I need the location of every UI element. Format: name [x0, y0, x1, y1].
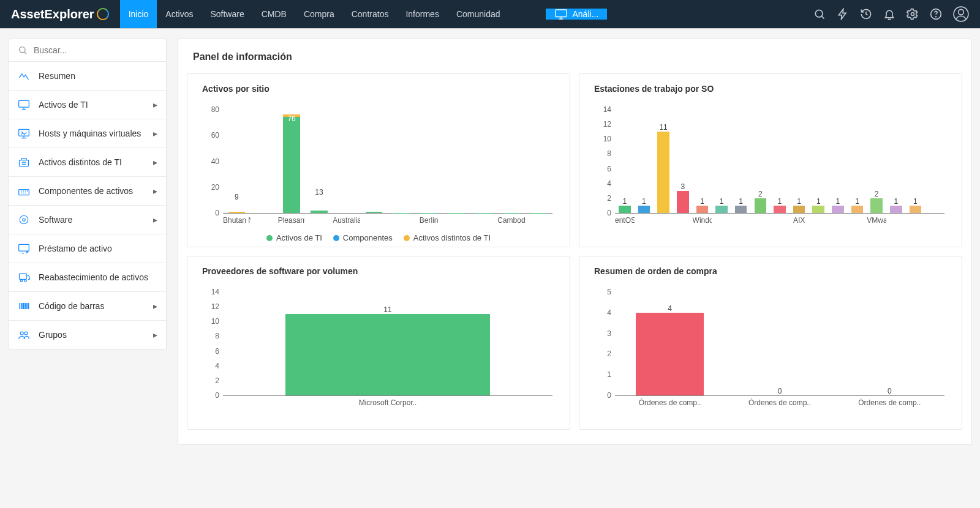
- svg-point-1: [815, 10, 823, 17]
- bar[interactable]: 1: [793, 206, 805, 213]
- sidebar-item-8[interactable]: Código de barras▸: [9, 292, 166, 321]
- sidebar-item-6[interactable]: Préstamo de activo: [9, 234, 166, 263]
- sidebar-icon: [18, 185, 30, 196]
- search-input[interactable]: [34, 45, 157, 55]
- sidebar-item-3[interactable]: Activos distintos de TI▸: [9, 148, 166, 177]
- chevron-right-icon: ▸: [153, 215, 157, 225]
- legend-item[interactable]: Activos de TI: [266, 233, 322, 242]
- bar-seg[interactable]: [366, 212, 383, 213]
- sidebar-item-0[interactable]: Resumen: [9, 62, 166, 91]
- sidebar-item-2[interactable]: Hosts y máquinas virtuales▸: [9, 119, 166, 148]
- bar[interactable]: [366, 203, 383, 213]
- bar-label: 11: [659, 123, 667, 132]
- gear-icon[interactable]: [907, 8, 919, 20]
- nav-informes[interactable]: Informes: [397, 0, 447, 28]
- bar[interactable]: 1: [638, 206, 650, 213]
- ytick: 3: [607, 329, 615, 338]
- nav-comunidad[interactable]: Comunidad: [448, 0, 509, 28]
- xlabel: [388, 216, 415, 225]
- bar-label: 3: [680, 182, 685, 191]
- ytick: 0: [607, 209, 615, 217]
- bar[interactable]: [420, 209, 437, 213]
- search-icon: [18, 45, 28, 55]
- nav-compra[interactable]: Compra: [295, 0, 343, 28]
- bar-seg[interactable]: [283, 117, 300, 213]
- bar[interactable]: 11: [285, 314, 490, 395]
- bar[interactable]: 1: [715, 206, 728, 213]
- bar[interactable]: 1: [696, 206, 709, 213]
- xlabel: Windows 7 6.1: [693, 216, 712, 225]
- bar[interactable]: [448, 209, 465, 213]
- history-icon[interactable]: [860, 8, 872, 20]
- sidebar-label: Componentes de activos: [39, 186, 133, 196]
- legend-item[interactable]: Componentes: [333, 233, 393, 242]
- nav-activos[interactable]: Activos: [157, 0, 202, 28]
- bar[interactable]: 1: [851, 206, 864, 213]
- xlabel: Cambodia: [497, 216, 525, 225]
- nav-inicio[interactable]: Inicio: [120, 0, 157, 28]
- svg-point-2: [911, 13, 914, 16]
- bar[interactable]: 1: [619, 206, 631, 213]
- bar[interactable]: 1: [890, 206, 902, 213]
- svg-point-19: [24, 332, 28, 335]
- bar-group: 3: [673, 110, 693, 213]
- xlabel: Bhutan Nepal: [223, 216, 251, 225]
- help-icon[interactable]: [930, 8, 942, 20]
- bar[interactable]: 76: [283, 112, 300, 213]
- sidebar-item-9[interactable]: Grupos▸: [9, 321, 166, 349]
- ytick: 80: [211, 105, 223, 114]
- bar[interactable]: [503, 209, 520, 213]
- sidebar-item-7[interactable]: Reabastecimiento de activos: [9, 263, 166, 292]
- bar-label: 1: [816, 197, 821, 206]
- sidebar-item-1[interactable]: Activos de TI▸: [9, 91, 166, 119]
- xlabel: AIX: [790, 216, 809, 225]
- svg-rect-15: [20, 274, 27, 279]
- monitor-icon: [554, 9, 568, 20]
- bolt-icon[interactable]: [837, 8, 849, 20]
- chart-card-0: Activos por sitio02040608097613Bhutan Ne…: [187, 73, 570, 247]
- bar[interactable]: 1: [735, 206, 747, 213]
- bell-icon[interactable]: [883, 8, 895, 20]
- bar-group: 13: [305, 110, 333, 213]
- bar[interactable]: 1: [812, 206, 824, 213]
- bar[interactable]: 2: [870, 198, 883, 213]
- xlabel: VMware ESXi 6.7...: [867, 216, 886, 225]
- search-wrap[interactable]: [9, 39, 166, 62]
- legend-item[interactable]: Activos distintos de TI: [404, 233, 491, 242]
- nav-analisis[interactable]: Análi...: [546, 9, 608, 20]
- nav-cmdb[interactable]: CMDB: [253, 0, 295, 28]
- sidebar-item-4[interactable]: Componentes de activos▸: [9, 177, 166, 206]
- bar-group: [415, 110, 443, 213]
- ytick: 6: [607, 165, 615, 173]
- sidebar-label: Hosts y máquinas virtuales: [39, 129, 141, 138]
- bar-seg[interactable]: [228, 212, 246, 213]
- bar[interactable]: 3: [677, 191, 689, 213]
- bar-label: 1: [797, 197, 801, 206]
- bar[interactable]: [475, 211, 492, 213]
- sidebar-icon: [18, 272, 30, 283]
- sidebar-item-5[interactable]: Software▸: [9, 206, 166, 234]
- xlabel: [886, 216, 906, 225]
- bar[interactable]: 2: [755, 198, 767, 213]
- sidebar-icon: [18, 157, 30, 168]
- bar[interactable]: 11: [657, 132, 669, 213]
- search-icon[interactable]: [813, 8, 826, 20]
- avatar-icon[interactable]: [953, 6, 969, 22]
- bar[interactable]: 1: [832, 206, 844, 213]
- bar[interactable]: [393, 209, 410, 213]
- ytick: 1: [607, 370, 615, 379]
- nav-contratos[interactable]: Contratos: [343, 0, 398, 28]
- bar[interactable]: 13: [311, 196, 328, 213]
- bar-seg[interactable]: [311, 211, 328, 213]
- chevron-right-icon: ▸: [153, 186, 157, 196]
- svg-rect-10: [20, 160, 29, 166]
- bar[interactable]: 4: [636, 313, 704, 395]
- bar[interactable]: 1: [774, 206, 786, 213]
- nav-software[interactable]: Software: [202, 0, 252, 28]
- bar[interactable]: [530, 209, 548, 213]
- bar[interactable]: 1: [910, 206, 922, 213]
- bar[interactable]: 9: [228, 201, 246, 213]
- content: Panel de información Activos por sitio02…: [178, 39, 971, 445]
- bar-label: 1: [642, 197, 646, 206]
- bar-group: 1: [828, 110, 848, 213]
